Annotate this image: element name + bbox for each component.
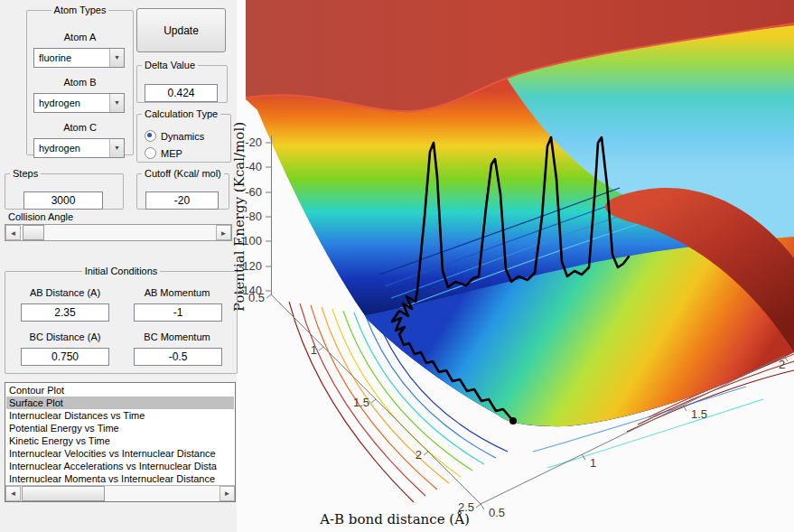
y-tick: 1.5	[691, 407, 707, 421]
plot-type-list: Contour Plot Surface Plot Internuclear D…	[6, 384, 234, 485]
slider-right-arrow-icon[interactable]: ►	[216, 225, 231, 240]
application-window: -20 -40 -60 -80 -100 -120 -140 0.5 1 1.5…	[0, 0, 794, 532]
initial-conditions-title: Initial Conditions	[82, 266, 161, 276]
atom-a-dropdown[interactable]: fluorine ▼	[33, 48, 125, 68]
bc-distance-label: BC Distance (A)	[13, 331, 117, 342]
z-tick: -80	[245, 210, 262, 223]
z-tick: -60	[245, 185, 262, 199]
radio-selected-icon	[145, 130, 156, 142]
ab-distance-input[interactable]: 2.35	[21, 303, 109, 322]
listbox-scrollbar-thumb[interactable]	[22, 486, 105, 501]
collision-angle-slider-track[interactable]	[21, 225, 216, 240]
bc-distance-input[interactable]: 0.750	[21, 348, 109, 366]
list-item-internuclear-velocities[interactable]: Internuclear Velocities vs Internuclear …	[6, 447, 234, 460]
plot-type-listbox[interactable]: Contour Plot Surface Plot Internuclear D…	[5, 382, 236, 502]
dynamics-radio-label: Dynamics	[161, 131, 204, 142]
ab-momentum-label: AB Momentum	[126, 287, 228, 298]
collision-angle-label: Collision Angle	[8, 211, 73, 222]
listbox-horizontal-scrollbar[interactable]: ◄ ►	[5, 485, 235, 501]
atom-c-label: Atom C	[27, 122, 133, 133]
atom-a-label: Atom A	[27, 32, 133, 42]
calculation-type-group: Calculation Type Dynamics MEP	[136, 109, 231, 163]
steps-input[interactable]: 3000	[23, 191, 103, 210]
x-tick: 1.5	[353, 396, 369, 409]
atom-c-dropdown[interactable]: hydrogen ▼	[33, 138, 125, 158]
initial-conditions-group: Initial Conditions AB Distance (A) 2.35 …	[5, 266, 238, 374]
atom-a-value: fluorine	[39, 52, 71, 63]
atom-c-value: hydrogen	[39, 143, 80, 154]
list-item-internuclear-accelerations[interactable]: Internuclear Accelerations vs Internucle…	[6, 460, 234, 472]
collision-angle-slider[interactable]: ◄ ►	[5, 224, 232, 241]
mep-radio-label: MEP	[161, 148, 182, 159]
ab-momentum-input[interactable]: -1	[134, 303, 222, 322]
dynamics-radio[interactable]: Dynamics	[145, 130, 204, 143]
x-tick: 1	[311, 343, 317, 357]
atom-b-label: Atom B	[27, 77, 133, 88]
steps-title: Steps	[10, 169, 41, 179]
radio-unselected-icon	[145, 147, 156, 159]
x-tick: 2	[416, 448, 422, 462]
list-item-kinetic-energy[interactable]: Kinetic Energy vs Time	[6, 434, 234, 447]
scrollbar-right-arrow-icon[interactable]: ►	[220, 486, 235, 501]
atom-types-title: Atom Types	[51, 5, 109, 15]
z-tick: -20	[245, 135, 262, 149]
chevron-down-icon[interactable]: ▼	[109, 94, 124, 112]
mep-radio[interactable]: MEP	[145, 147, 182, 160]
calculation-type-title: Calculation Type	[142, 109, 220, 119]
scrollbar-left-arrow-icon[interactable]: ◄	[5, 486, 21, 501]
slider-left-arrow-icon[interactable]: ◄	[5, 225, 21, 240]
update-button-label: Update	[137, 24, 225, 37]
bc-momentum-label: BC Momentum	[126, 331, 228, 342]
x-axis-label: A-B bond distance (Å)	[319, 511, 470, 527]
y-tick: 0.5	[489, 506, 505, 519]
chevron-down-icon[interactable]: ▼	[109, 49, 124, 67]
bc-momentum-input[interactable]: -0.5	[134, 348, 222, 366]
update-button[interactable]: Update	[136, 8, 226, 52]
y-tick: 2	[779, 358, 785, 371]
atom-b-dropdown[interactable]: hydrogen ▼	[33, 93, 125, 113]
atom-types-group: Atom Types Atom A fluorine ▼ Atom B hydr…	[26, 5, 134, 155]
list-item-potential-energy[interactable]: Potential Energy vs Time	[6, 422, 234, 434]
chevron-down-icon[interactable]: ▼	[109, 139, 124, 157]
delta-value-group: Delta Value 0.424	[136, 61, 228, 103]
list-item-surface-plot[interactable]: Surface Plot	[6, 397, 234, 409]
cutoff-title: Cutoff (Kcal/ mol)	[142, 169, 224, 179]
z-tick: -40	[245, 160, 262, 173]
cutoff-input[interactable]: -20	[145, 191, 219, 210]
list-item-internuclear-distances[interactable]: Internuclear Distances vs Time	[6, 409, 234, 422]
y-tick: 1	[590, 456, 596, 470]
trajectory-start-dot	[509, 417, 517, 425]
delta-value-input[interactable]: 0.424	[145, 84, 218, 102]
listbox-scrollbar-track[interactable]	[21, 486, 220, 501]
collision-angle-slider-thumb[interactable]	[23, 225, 44, 240]
list-item-contour-plot[interactable]: Contour Plot	[6, 384, 234, 397]
atom-b-value: hydrogen	[39, 98, 80, 108]
steps-group: Steps 3000	[5, 169, 124, 210]
x-tick: 0.5	[248, 291, 265, 304]
cutoff-group: Cutoff (Kcal/ mol) -20	[136, 169, 229, 210]
list-item-internuclear-momenta[interactable]: Internuclear Momenta vs Internuclear Dis…	[6, 472, 234, 485]
ab-distance-label: AB Distance (A)	[13, 287, 117, 298]
delta-value-title: Delta Value	[142, 61, 198, 70]
